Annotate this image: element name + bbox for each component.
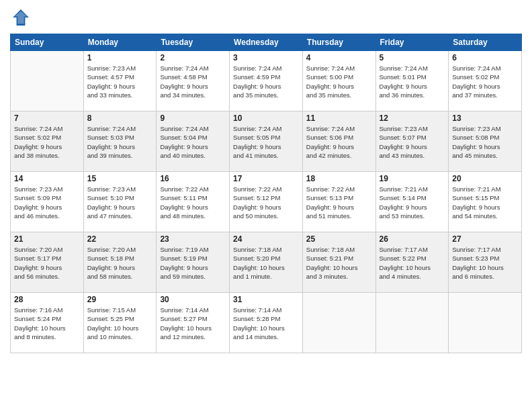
table-cell: 25Sunrise: 7:18 AM Sunset: 5:21 PM Dayli… xyxy=(302,232,375,293)
day-number: 2 xyxy=(160,53,226,62)
day-info: Sunrise: 7:17 AM Sunset: 5:23 PM Dayligh… xyxy=(452,245,518,281)
day-info: Sunrise: 7:24 AM Sunset: 5:04 PM Dayligh… xyxy=(160,124,226,160)
day-number: 3 xyxy=(233,53,299,62)
day-number: 9 xyxy=(160,113,226,123)
weekday-thursday: Thursday xyxy=(302,34,375,51)
day-info: Sunrise: 7:18 AM Sunset: 5:21 PM Dayligh… xyxy=(306,245,372,281)
table-cell: 13Sunrise: 7:23 AM Sunset: 5:08 PM Dayli… xyxy=(449,111,522,172)
day-number: 23 xyxy=(160,234,226,244)
table-cell: 24Sunrise: 7:18 AM Sunset: 5:20 PM Dayli… xyxy=(230,232,303,293)
day-info: Sunrise: 7:21 AM Sunset: 5:15 PM Dayligh… xyxy=(452,185,518,220)
table-cell: 7Sunrise: 7:24 AM Sunset: 5:02 PM Daylig… xyxy=(11,111,84,172)
weekday-header-row: SundayMondayTuesdayWednesdayThursdayFrid… xyxy=(11,34,522,51)
week-row-2: 7Sunrise: 7:24 AM Sunset: 5:02 PM Daylig… xyxy=(11,111,522,172)
table-cell: 17Sunrise: 7:22 AM Sunset: 5:12 PM Dayli… xyxy=(230,172,303,232)
day-number: 24 xyxy=(233,234,299,244)
day-info: Sunrise: 7:17 AM Sunset: 5:22 PM Dayligh… xyxy=(380,245,445,281)
day-number: 21 xyxy=(14,234,80,244)
day-number: 29 xyxy=(87,295,153,304)
week-row-4: 21Sunrise: 7:20 AM Sunset: 5:17 PM Dayli… xyxy=(11,232,522,293)
table-cell: 23Sunrise: 7:19 AM Sunset: 5:19 PM Dayli… xyxy=(157,232,230,293)
weekday-tuesday: Tuesday xyxy=(157,34,230,51)
week-row-1: 1Sunrise: 7:23 AM Sunset: 4:57 PM Daylig… xyxy=(11,51,522,111)
table-cell: 4Sunrise: 7:24 AM Sunset: 5:00 PM Daylig… xyxy=(302,51,375,111)
day-info: Sunrise: 7:24 AM Sunset: 4:58 PM Dayligh… xyxy=(160,64,226,99)
day-info: Sunrise: 7:24 AM Sunset: 5:03 PM Dayligh… xyxy=(87,124,153,160)
day-number: 14 xyxy=(14,174,80,183)
day-info: Sunrise: 7:22 AM Sunset: 5:11 PM Dayligh… xyxy=(160,185,226,220)
table-cell: 2Sunrise: 7:24 AM Sunset: 4:58 PM Daylig… xyxy=(157,51,230,111)
day-info: Sunrise: 7:24 AM Sunset: 5:06 PM Dayligh… xyxy=(306,124,372,160)
table-cell: 9Sunrise: 7:24 AM Sunset: 5:04 PM Daylig… xyxy=(157,111,230,172)
day-info: Sunrise: 7:24 AM Sunset: 5:01 PM Dayligh… xyxy=(380,64,445,99)
day-number: 12 xyxy=(380,113,445,123)
day-info: Sunrise: 7:24 AM Sunset: 5:02 PM Dayligh… xyxy=(14,124,80,160)
table-cell: 30Sunrise: 7:14 AM Sunset: 5:27 PM Dayli… xyxy=(157,293,230,353)
table-cell: 1Sunrise: 7:23 AM Sunset: 4:57 PM Daylig… xyxy=(83,51,157,111)
day-number: 5 xyxy=(380,53,445,62)
table-cell: 29Sunrise: 7:15 AM Sunset: 5:25 PM Dayli… xyxy=(83,293,157,353)
table-cell: 16Sunrise: 7:22 AM Sunset: 5:11 PM Dayli… xyxy=(157,172,230,232)
day-info: Sunrise: 7:24 AM Sunset: 5:02 PM Dayligh… xyxy=(452,64,518,99)
table-cell: 11Sunrise: 7:24 AM Sunset: 5:06 PM Dayli… xyxy=(302,111,375,172)
table-cell: 31Sunrise: 7:14 AM Sunset: 5:28 PM Dayli… xyxy=(230,293,303,353)
table-cell: 18Sunrise: 7:22 AM Sunset: 5:13 PM Dayli… xyxy=(302,172,375,232)
day-number: 15 xyxy=(87,174,153,183)
day-number: 7 xyxy=(14,113,80,123)
table-cell: 26Sunrise: 7:17 AM Sunset: 5:22 PM Dayli… xyxy=(375,232,449,293)
table-cell: 8Sunrise: 7:24 AM Sunset: 5:03 PM Daylig… xyxy=(83,111,157,172)
table-cell: 3Sunrise: 7:24 AM Sunset: 4:59 PM Daylig… xyxy=(230,51,303,111)
day-info: Sunrise: 7:14 AM Sunset: 5:28 PM Dayligh… xyxy=(233,306,299,341)
day-info: Sunrise: 7:16 AM Sunset: 5:24 PM Dayligh… xyxy=(14,306,80,341)
page-container: SundayMondayTuesdayWednesdayThursdayFrid… xyxy=(0,0,532,360)
day-info: Sunrise: 7:23 AM Sunset: 5:09 PM Dayligh… xyxy=(14,185,80,220)
weekday-friday: Friday xyxy=(375,34,449,51)
header xyxy=(10,7,522,28)
day-number: 28 xyxy=(14,295,80,304)
day-info: Sunrise: 7:20 AM Sunset: 5:17 PM Dayligh… xyxy=(14,245,80,281)
day-info: Sunrise: 7:24 AM Sunset: 4:59 PM Dayligh… xyxy=(233,64,299,99)
table-cell: 27Sunrise: 7:17 AM Sunset: 5:23 PM Dayli… xyxy=(449,232,522,293)
logo-icon xyxy=(10,7,32,28)
day-info: Sunrise: 7:23 AM Sunset: 5:10 PM Dayligh… xyxy=(87,185,153,220)
day-number: 20 xyxy=(452,174,518,183)
day-number: 25 xyxy=(306,234,372,244)
day-number: 1 xyxy=(87,53,153,62)
table-cell: 5Sunrise: 7:24 AM Sunset: 5:01 PM Daylig… xyxy=(375,51,449,111)
day-number: 8 xyxy=(87,113,153,123)
day-info: Sunrise: 7:19 AM Sunset: 5:19 PM Dayligh… xyxy=(160,245,226,281)
day-number: 27 xyxy=(452,234,518,244)
table-cell xyxy=(302,293,375,353)
day-info: Sunrise: 7:18 AM Sunset: 5:20 PM Dayligh… xyxy=(233,245,299,281)
table-cell: 12Sunrise: 7:23 AM Sunset: 5:07 PM Dayli… xyxy=(375,111,449,172)
calendar-table: SundayMondayTuesdayWednesdayThursdayFrid… xyxy=(10,34,522,353)
day-info: Sunrise: 7:22 AM Sunset: 5:12 PM Dayligh… xyxy=(233,185,299,220)
day-info: Sunrise: 7:22 AM Sunset: 5:13 PM Dayligh… xyxy=(306,185,372,220)
week-row-3: 14Sunrise: 7:23 AM Sunset: 5:09 PM Dayli… xyxy=(11,172,522,232)
weekday-sunday: Sunday xyxy=(11,34,84,51)
table-cell: 19Sunrise: 7:21 AM Sunset: 5:14 PM Dayli… xyxy=(375,172,449,232)
day-number: 13 xyxy=(452,113,518,123)
table-cell xyxy=(11,51,84,111)
table-cell: 15Sunrise: 7:23 AM Sunset: 5:10 PM Dayli… xyxy=(83,172,157,232)
day-info: Sunrise: 7:23 AM Sunset: 5:08 PM Dayligh… xyxy=(452,124,518,160)
day-info: Sunrise: 7:20 AM Sunset: 5:18 PM Dayligh… xyxy=(87,245,153,281)
weekday-saturday: Saturday xyxy=(449,34,522,51)
day-info: Sunrise: 7:15 AM Sunset: 5:25 PM Dayligh… xyxy=(87,306,153,341)
day-number: 30 xyxy=(160,295,226,304)
table-cell: 14Sunrise: 7:23 AM Sunset: 5:09 PM Dayli… xyxy=(11,172,84,232)
day-number: 26 xyxy=(380,234,445,244)
weekday-wednesday: Wednesday xyxy=(230,34,303,51)
table-cell xyxy=(449,293,522,353)
day-number: 31 xyxy=(233,295,299,304)
table-cell: 21Sunrise: 7:20 AM Sunset: 5:17 PM Dayli… xyxy=(11,232,84,293)
weekday-monday: Monday xyxy=(83,34,157,51)
day-info: Sunrise: 7:24 AM Sunset: 5:00 PM Dayligh… xyxy=(306,64,372,99)
table-cell xyxy=(375,293,449,353)
day-info: Sunrise: 7:14 AM Sunset: 5:27 PM Dayligh… xyxy=(160,306,226,341)
day-info: Sunrise: 7:21 AM Sunset: 5:14 PM Dayligh… xyxy=(380,185,445,220)
table-cell: 10Sunrise: 7:24 AM Sunset: 5:05 PM Dayli… xyxy=(230,111,303,172)
day-number: 11 xyxy=(306,113,372,123)
day-info: Sunrise: 7:24 AM Sunset: 5:05 PM Dayligh… xyxy=(233,124,299,160)
table-cell: 28Sunrise: 7:16 AM Sunset: 5:24 PM Dayli… xyxy=(11,293,84,353)
